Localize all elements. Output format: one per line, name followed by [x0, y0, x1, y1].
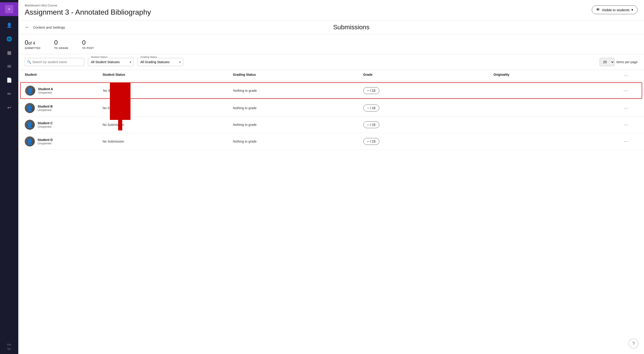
student-unopened-c: Unopened — [38, 125, 53, 128]
col-actions: ⋯ — [624, 73, 638, 78]
table-header: Student Student Status Grading Status Gr… — [18, 70, 644, 81]
student-info-b: Student B Unopened — [38, 105, 53, 112]
avatar: 👤 — [25, 86, 35, 96]
student-cell-c: 👤 Student C Unopened — [25, 120, 102, 130]
search-icon: 🔍 — [27, 60, 31, 64]
table-row[interactable]: 👤 Student A Unopened No Submission Nothi… — [20, 82, 642, 99]
col-grading-status: Grading Status — [233, 73, 363, 78]
to-grade-number: 0 — [54, 39, 68, 46]
col-grade: Grade — [363, 73, 494, 78]
grading-status-d: Nothing to grade — [233, 140, 363, 143]
visible-to-students-button[interactable]: 👁 Visible to students ▾ — [592, 5, 638, 14]
avatar-icon: 👤 — [26, 139, 33, 145]
sidebar-bottom-text-1: Priv — [7, 344, 11, 346]
grading-status-b: Nothing to grade — [233, 106, 363, 110]
back-button[interactable]: ← — [25, 24, 30, 30]
sidebar-bottom: Priv Terr — [7, 340, 11, 354]
header-left: Blackboard Ultra Course Assignment 3 - A… — [25, 4, 151, 16]
sidebar-icon-edit[interactable]: ✏ — [4, 89, 14, 98]
grade-cell-a: -- / 15 — [363, 87, 493, 94]
table-row[interactable]: 👤 Student D Unopened No Submission Nothi… — [18, 133, 644, 150]
row-more-button-c[interactable]: ⋯ — [624, 122, 628, 127]
row-more-button-b[interactable]: ⋯ — [624, 105, 628, 111]
nav-bar: ← Content and Settings Submissions — [18, 20, 644, 34]
grading-status-a: Nothing to grade — [233, 89, 363, 92]
grade-pill-b[interactable]: -- / 15 — [363, 105, 380, 111]
sidebar-top: × — [0, 2, 18, 16]
student-name-d: Student D — [38, 138, 53, 142]
student-cell-b: 👤 Student B Unopened — [25, 103, 102, 113]
filter-bar: 🔍 Student Status All Student Statuses ▾ … — [18, 54, 644, 70]
sidebar-bottom-text-2: Terr — [7, 348, 11, 350]
student-unopened-a: Unopened — [38, 91, 53, 94]
grading-status-c: Nothing to grade — [233, 123, 363, 127]
table-row[interactable]: 👤 Student C Unopened No Submission Nothi… — [18, 116, 644, 133]
col-student: Student — [25, 73, 102, 78]
grade-cell-c: -- / 15 — [363, 121, 494, 128]
table-row[interactable]: 👤 Student B Unopened No Submission Nothi… — [18, 100, 644, 116]
sidebar: × 👤 🌐 ▦ ✉ 📄 ✏ ↩ Priv Terr — [0, 0, 18, 354]
grade-cell-d: -- / 15 — [363, 138, 494, 145]
submitted-number: 0of 4 — [25, 39, 40, 46]
to-post-label: TO POST — [82, 47, 94, 49]
sidebar-icon-user[interactable]: 👤 — [4, 20, 14, 30]
student-info-d: Student D Unopened — [38, 138, 53, 145]
actions-a: ⋯ — [624, 88, 637, 93]
to-grade-stat: 0 TO GRADE — [54, 39, 68, 49]
student-name-b: Student B — [38, 105, 53, 108]
row-more-button-d[interactable]: ⋯ — [624, 139, 628, 144]
stats-bar: 0of 4 SUBMITTED 0 TO GRADE 0 TO POST — [18, 34, 644, 54]
per-page-label: items per page — [616, 60, 638, 64]
grading-status-filter-wrapper: Grading Status All Grading Statuses ▾ — [137, 58, 183, 66]
table-more-options-button[interactable]: ⋯ — [624, 73, 628, 78]
grading-status-select[interactable]: All Grading Statuses — [137, 58, 183, 66]
avatar: 👤 — [25, 103, 35, 113]
student-name-c: Student C — [38, 121, 53, 125]
search-wrapper: 🔍 — [25, 58, 84, 66]
assignment-title: Assignment 3 - Annotated Bibliography — [25, 8, 151, 16]
sidebar-icon-globe[interactable]: 🌐 — [4, 34, 14, 43]
student-status-select[interactable]: All Student Statuses — [88, 58, 134, 66]
chevron-down-icon: ▾ — [632, 8, 633, 12]
search-input[interactable] — [25, 58, 84, 66]
sidebar-icon-mail[interactable]: ✉ — [4, 62, 14, 71]
avatar: 👤 — [25, 120, 35, 130]
actions-c: ⋯ — [624, 122, 638, 127]
sidebar-icon-grid[interactable]: ▦ — [4, 48, 14, 57]
row-more-button-a[interactable]: ⋯ — [624, 88, 628, 93]
student-unopened-d: Unopened — [38, 142, 53, 145]
grade-pill-d[interactable]: -- / 15 — [363, 138, 380, 145]
page-title: Submissions — [65, 23, 638, 31]
student-status-d: No Submission — [102, 140, 233, 143]
grade-pill-c[interactable]: -- / 15 — [363, 121, 380, 128]
student-status-filter-wrapper: Student Status All Student Statuses ▾ — [88, 58, 134, 66]
sidebar-icon-back[interactable]: ↩ — [4, 103, 14, 112]
grade-pill-a[interactable]: -- / 15 — [363, 87, 380, 94]
submitted-stat: 0of 4 SUBMITTED — [25, 39, 40, 49]
visible-button-label: Visible to students — [602, 8, 630, 12]
student-cell-d: 👤 Student D Unopened — [25, 136, 102, 146]
student-status-a: No Submission — [103, 89, 233, 92]
sidebar-icons: 👤 🌐 ▦ ✉ 📄 ✏ ↩ — [4, 16, 14, 340]
grading-status-label: Grading Status — [140, 56, 158, 58]
to-post-stat: 0 TO POST — [82, 39, 94, 49]
student-info-c: Student C Unopened — [38, 121, 53, 128]
header: Blackboard Ultra Course Assignment 3 - A… — [18, 0, 644, 20]
actions-d: ⋯ — [624, 139, 638, 144]
avatar: 👤 — [25, 136, 35, 146]
student-name-a: Student A — [38, 87, 53, 91]
submitted-label: SUBMITTED — [25, 47, 40, 49]
student-unopened-b: Unopened — [38, 108, 53, 112]
close-button[interactable]: × — [5, 5, 13, 13]
avatar-icon: 👤 — [26, 122, 33, 128]
to-post-number: 0 — [82, 39, 94, 46]
col-originality: Originality — [494, 73, 624, 78]
eye-icon: 👁 — [596, 7, 600, 12]
per-page-select[interactable]: 25 — [600, 58, 614, 66]
student-cell-a: 👤 Student A Unopened — [25, 86, 103, 96]
sidebar-icon-doc[interactable]: 📄 — [4, 75, 14, 85]
content-settings-link[interactable]: Content and Settings — [33, 25, 65, 29]
table-area: Student Student Status Grading Status Gr… — [18, 70, 644, 354]
help-button[interactable]: ? — [628, 339, 638, 349]
student-status-c: No Submission — [102, 123, 233, 127]
